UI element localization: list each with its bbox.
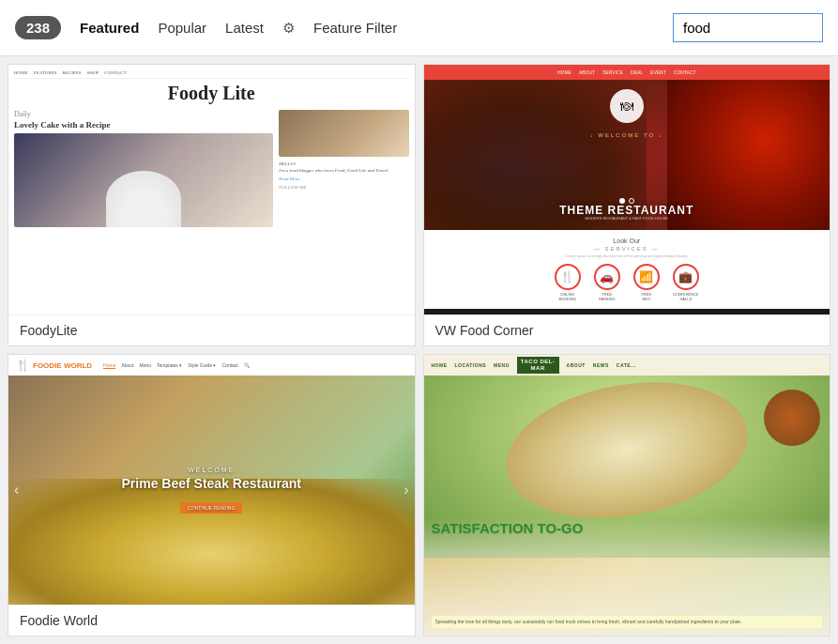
fw-nav-menu: Menu bbox=[140, 362, 152, 369]
theme-count-badge: 238 bbox=[15, 16, 61, 39]
vw-services: Look Our — SERVICES — Lorem ipsum is sim… bbox=[424, 230, 830, 309]
fw-nav-contact: Contact bbox=[221, 362, 237, 369]
fw-nav-style: Style Guide ▾ bbox=[188, 362, 216, 369]
vw-pagination bbox=[619, 198, 634, 204]
vw-wifi-icon: 📶 bbox=[633, 264, 660, 290]
fl-subtitle: Daily bbox=[14, 110, 273, 118]
vw-nav: HOME ABOUT SERVICE DEAL EVENT CONTACT bbox=[424, 65, 830, 80]
vw-services-label: — SERVICES — bbox=[432, 246, 823, 252]
theme-grid: HOMEFEATURESRECIPESSHOPCONTACT Foody Lit… bbox=[0, 56, 838, 644]
theme-title-foody-lite: FoodyLite bbox=[8, 314, 415, 345]
theme-card-foody-lite[interactable]: HOMEFEATURESRECIPESSHOPCONTACT Foody Lit… bbox=[8, 64, 416, 346]
gear-icon: ⚙ bbox=[282, 20, 295, 37]
fw-arrow-left-icon[interactable]: ‹ bbox=[14, 482, 19, 498]
taco-headline: SATISFACTION TO-GO bbox=[432, 521, 584, 537]
fw-logo: 🍴 FOODIE WORLD bbox=[16, 359, 92, 372]
taco-tomato bbox=[764, 390, 820, 446]
fw-nav-home: Home bbox=[103, 362, 115, 369]
taco-nav-cate: CATE... bbox=[617, 362, 636, 368]
search-input[interactable] bbox=[673, 13, 823, 42]
vw-headline: THEME RESTAURANT bbox=[559, 204, 693, 217]
theme-preview-vw: HOME ABOUT SERVICE DEAL EVENT CONTACT 🍽 bbox=[424, 65, 830, 314]
vw-wifi-label: FREEWIFI bbox=[641, 292, 651, 301]
vw-service-parking: 🚗 FREEPARKING bbox=[594, 264, 620, 301]
topbar: 238 Featured Popular Latest ⚙ Feature Fi… bbox=[0, 0, 838, 56]
theme-title-vw: VW Food Corner bbox=[424, 314, 830, 345]
theme-preview-foodie-world: 🍴 FOODIE WORLD Home About Menu Templates… bbox=[8, 355, 415, 605]
vw-booking-icon: 🍴 bbox=[555, 264, 581, 290]
taco-nav-home: HOME bbox=[432, 362, 448, 368]
taco-nav-news: NEWS bbox=[593, 362, 609, 368]
vw-parking-icon: 🚗 bbox=[594, 264, 620, 290]
theme-preview-taco: HOME LOCATIONS MENU TACO DEL-MAR ABOUT N… bbox=[424, 355, 830, 636]
vw-icons-row: 🍴 ONLINEBOOKING 🚗 FREEPARKING 📶 FREEWIFI bbox=[432, 264, 823, 301]
fl-follow: FOLLOW ME bbox=[279, 185, 408, 190]
vw-hero: 🍽 ↓ WELCOME TO ↓ THEME RESTAURANT MODERN… bbox=[424, 80, 830, 230]
fw-nav-templates: Templates ▾ bbox=[157, 362, 182, 369]
vw-services-desc: Lorem ipsum is simply dummy text of the … bbox=[432, 253, 823, 258]
fw-welcome-label: WELCOME bbox=[122, 467, 301, 473]
fw-header: 🍴 FOODIE WORLD Home About Menu Templates… bbox=[8, 355, 415, 376]
nav-latest[interactable]: Latest bbox=[225, 16, 264, 39]
fw-main-title: Prime Beef Steak Restaurant bbox=[122, 476, 301, 491]
feature-filter-button[interactable]: Feature Filter bbox=[313, 16, 397, 39]
vw-service-conference: 💼 CONFERENCEHALLS bbox=[673, 264, 699, 301]
fw-logo-text: FOODIE WORLD bbox=[33, 361, 92, 370]
vw-look-our: Look Our bbox=[432, 238, 823, 244]
fw-nav-about: About bbox=[121, 362, 133, 369]
vw-logo: 🍽 bbox=[610, 89, 644, 123]
fl-nav: HOMEFEATURESRECIPESSHOPCONTACT bbox=[14, 70, 409, 79]
taco-header: HOME LOCATIONS MENU TACO DEL-MAR ABOUT N… bbox=[424, 355, 830, 376]
fl-sidebar-text: HELLO!I'm a food blogger who loves Food,… bbox=[279, 161, 408, 174]
fw-arrow-right-icon[interactable]: › bbox=[404, 482, 408, 498]
vw-conference-label: CONFERENCEHALLS bbox=[673, 292, 699, 301]
fw-hero: WELCOME Prime Beef Steak Restaurant CONT… bbox=[8, 376, 415, 605]
vw-service-wifi: 📶 FREEWIFI bbox=[633, 264, 660, 301]
vw-sub-headline: MODERN RESTAURANT & FAST FOOD HOUSE bbox=[586, 216, 668, 221]
fw-nav: Home About Menu Templates ▾ Style Guide … bbox=[103, 362, 250, 369]
vw-conference-icon: 💼 bbox=[673, 264, 699, 290]
fw-cta-button[interactable]: CONTINUE READING bbox=[180, 502, 242, 514]
fl-title: Foody Lite bbox=[14, 83, 409, 104]
vw-parking-label: FREEPARKING bbox=[599, 292, 616, 301]
theme-card-vw-food-corner[interactable]: HOME ABOUT SERVICE DEAL EVENT CONTACT 🍽 bbox=[423, 64, 831, 346]
theme-card-foodie-world[interactable]: 🍴 FOODIE WORLD Home About Menu Templates… bbox=[8, 354, 416, 636]
nav-popular[interactable]: Popular bbox=[158, 16, 206, 39]
vw-welcome-text: ↓ WELCOME TO ↓ bbox=[590, 132, 663, 138]
taco-subtext: Spreading the love for all things tasty,… bbox=[432, 616, 823, 628]
taco-nav-locations: LOCATIONS bbox=[455, 362, 487, 368]
taco-nav-menu: MENU bbox=[494, 362, 510, 368]
theme-card-taco-del-mar[interactable]: HOME LOCATIONS MENU TACO DEL-MAR ABOUT N… bbox=[423, 354, 831, 636]
fl-post-title: Lovely Cake with a Recipe bbox=[14, 120, 273, 130]
vw-booking-label: ONLINEBOOKING bbox=[558, 292, 576, 301]
fl-read-more[interactable]: Read More bbox=[279, 176, 408, 181]
taco-hero: SATISFACTION TO-GO Spreading the love fo… bbox=[424, 376, 830, 636]
fl-sidebar-image bbox=[279, 110, 408, 157]
theme-preview-foody-lite: HOMEFEATURESRECIPESSHOPCONTACT Foody Lit… bbox=[8, 65, 415, 314]
nav-featured[interactable]: Featured bbox=[80, 16, 139, 39]
fl-food-image bbox=[14, 133, 273, 227]
fw-hero-text: WELCOME Prime Beef Steak Restaurant CONT… bbox=[122, 467, 301, 514]
theme-title-foodie-world: Foodie World bbox=[8, 605, 415, 636]
fw-logo-icon: 🍴 bbox=[16, 359, 30, 372]
taco-nav-about: ABOUT bbox=[567, 362, 586, 368]
vw-service-booking: 🍴 ONLINEBOOKING bbox=[555, 264, 581, 301]
taco-brand: TACO DEL-MAR bbox=[517, 357, 559, 374]
fw-nav-search: 🔍 bbox=[244, 362, 250, 369]
fl-sidebar: HELLO!I'm a food blogger who loves Food,… bbox=[279, 110, 408, 227]
